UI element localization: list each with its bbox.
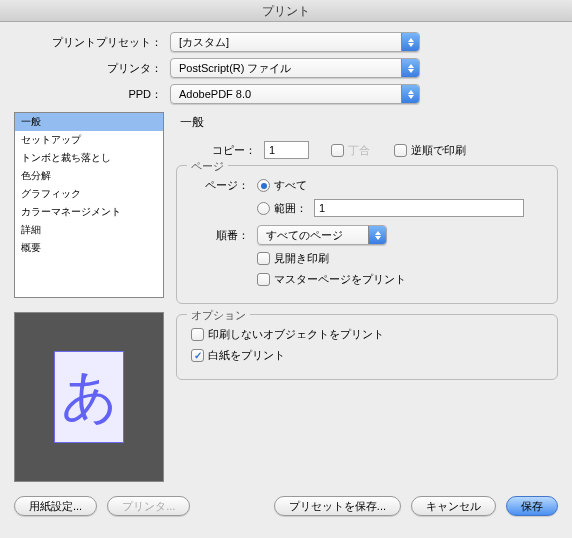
page-preview: あ: [54, 351, 124, 443]
pages-all-radio[interactable]: [257, 179, 270, 192]
copies-label: コピー：: [194, 143, 264, 158]
chevron-updown-icon: [368, 226, 386, 244]
order-dropdown[interactable]: すべてのページ: [257, 225, 387, 245]
collate-label: 丁合: [348, 143, 370, 158]
save-preset-button[interactable]: プリセットを保存...: [274, 496, 401, 516]
sidebar-item-5[interactable]: カラーマネージメント: [15, 203, 163, 221]
order-value: すべてのページ: [266, 228, 343, 243]
pages-range-label: 範囲：: [274, 201, 314, 216]
window-title: プリント: [262, 4, 310, 18]
save-button[interactable]: 保存: [506, 496, 558, 516]
pages-group-title: ページ: [187, 159, 228, 174]
blank-label: 白紙をプリント: [208, 348, 285, 363]
window-titlebar: プリント: [0, 0, 572, 22]
cancel-button[interactable]: キャンセル: [411, 496, 496, 516]
sidebar-item-1[interactable]: セットアップ: [15, 131, 163, 149]
options-group-title: オプション: [187, 308, 250, 323]
preset-label: プリントプリセット：: [14, 35, 170, 50]
nonprint-checkbox[interactable]: [191, 328, 204, 341]
order-label: 順番：: [187, 228, 257, 243]
reverse-label: 逆順で印刷: [411, 143, 466, 158]
printer-button: プリンタ...: [107, 496, 190, 516]
preset-dropdown[interactable]: [カスタム]: [170, 32, 420, 52]
page-preview-area: あ: [14, 312, 164, 482]
sidebar-item-4[interactable]: グラフィック: [15, 185, 163, 203]
sidebar-item-0[interactable]: 一般: [15, 113, 163, 131]
sidebar-item-3[interactable]: 色分解: [15, 167, 163, 185]
chevron-updown-icon: [401, 85, 419, 103]
blank-checkbox[interactable]: [191, 349, 204, 362]
preset-value: [カスタム]: [179, 35, 229, 50]
panel-title: 一般: [180, 114, 558, 131]
spreads-checkbox[interactable]: [257, 252, 270, 265]
sidebar-item-6[interactable]: 詳細: [15, 221, 163, 239]
sidebar-item-2[interactable]: トンボと裁ち落とし: [15, 149, 163, 167]
chevron-updown-icon: [401, 33, 419, 51]
nonprint-label: 印刷しないオブジェクトをプリント: [208, 327, 384, 342]
master-label: マスターページをプリント: [274, 272, 406, 287]
chevron-updown-icon: [401, 59, 419, 77]
page-setup-button[interactable]: 用紙設定...: [14, 496, 97, 516]
printer-value: PostScript(R) ファイル: [179, 61, 291, 76]
copies-input[interactable]: [264, 141, 309, 159]
ppd-label: PPD：: [14, 87, 170, 102]
pages-range-radio[interactable]: [257, 202, 270, 215]
sidebar-item-7[interactable]: 概要: [15, 239, 163, 257]
category-sidebar: 一般セットアップトンボと裁ち落とし色分解グラフィックカラーマネージメント詳細概要: [14, 112, 164, 298]
ppd-value: AdobePDF 8.0: [179, 88, 251, 100]
options-group: オプション 印刷しないオブジェクトをプリント 白紙をプリント: [176, 314, 558, 380]
pages-label: ページ：: [187, 178, 257, 193]
reverse-checkbox[interactable]: [394, 144, 407, 157]
pages-group: ページ ページ： すべて 範囲： 順番： すべてのページ: [176, 165, 558, 304]
pages-range-input[interactable]: [314, 199, 524, 217]
spreads-label: 見開き印刷: [274, 251, 329, 266]
ppd-dropdown[interactable]: AdobePDF 8.0: [170, 84, 420, 104]
master-checkbox[interactable]: [257, 273, 270, 286]
printer-dropdown[interactable]: PostScript(R) ファイル: [170, 58, 420, 78]
preview-glyph: あ: [61, 359, 118, 435]
printer-label: プリンタ：: [14, 61, 170, 76]
pages-all-label: すべて: [274, 178, 307, 193]
collate-checkbox: [331, 144, 344, 157]
